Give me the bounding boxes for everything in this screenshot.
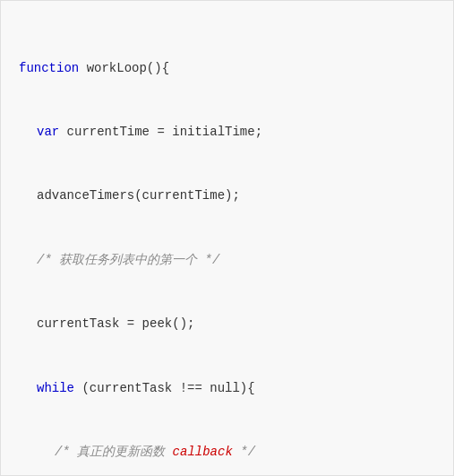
comment-1: /* 获取任务列表中的第一个 */ bbox=[37, 253, 219, 267]
code-container: function workLoop(){ var currentTime = i… bbox=[0, 0, 454, 476]
keyword-var-1: var bbox=[37, 125, 67, 139]
funcname-workloop: workLoop bbox=[87, 61, 147, 75]
comment-2: /* 真正的更新函数 callback */ bbox=[55, 445, 255, 459]
keyword-function: function bbox=[19, 61, 87, 75]
line-7: /* 真正的更新函数 callback */ bbox=[19, 442, 435, 463]
line-3: advanceTimers(currentTime); bbox=[19, 186, 435, 207]
code-block: function workLoop(){ var currentTime = i… bbox=[19, 15, 435, 476]
line-4: /* 获取任务列表中的第一个 */ bbox=[19, 250, 435, 272]
line-1: function workLoop(){ bbox=[19, 58, 435, 80]
line-2: var currentTime = initialTime; bbox=[19, 122, 435, 143]
line-6: while (currentTask !== null){ bbox=[19, 378, 435, 400]
line-5: currentTask = peek(); bbox=[19, 314, 435, 335]
keyword-while: while bbox=[37, 381, 81, 395]
